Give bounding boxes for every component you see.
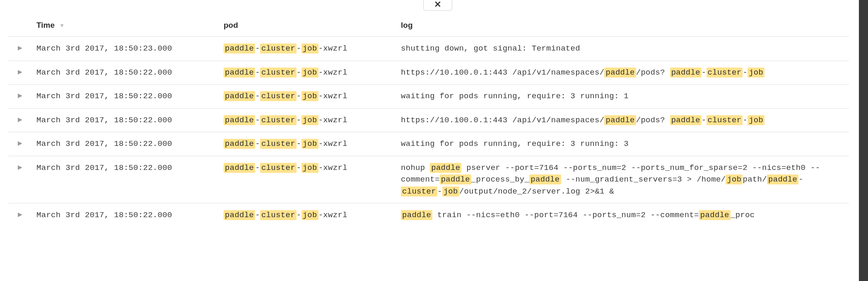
cell-time: March 3rd 2017, 18:50:23.000 [31, 37, 219, 61]
column-header-pod[interactable]: pod [219, 17, 396, 37]
header-label: Time [36, 21, 55, 29]
caret-right-icon: ▶ [18, 68, 22, 75]
cell-time: March 3rd 2017, 18:50:22.000 [31, 61, 219, 85]
header-label: pod [224, 21, 238, 29]
column-header-log[interactable]: log [396, 17, 849, 37]
table-row: ▶March 3rd 2017, 18:50:22.000paddle-clus… [8, 85, 849, 109]
close-button[interactable] [423, 0, 452, 11]
cell-log: waiting for pods running, require: 3 run… [396, 85, 849, 109]
table-row: ▶March 3rd 2017, 18:50:22.000paddle-clus… [8, 108, 849, 132]
sort-desc-icon: ▼ [59, 22, 65, 29]
caret-right-icon: ▶ [18, 140, 22, 146]
cell-time: March 3rd 2017, 18:50:22.000 [31, 156, 219, 203]
cell-pod: paddle-cluster-job-xwzrl [219, 132, 396, 156]
cell-log: https://10.100.0.1:443 /api/v1/namespace… [396, 61, 849, 85]
caret-right-icon: ▶ [18, 211, 22, 218]
log-table-container: Time ▼ pod log ▶March 3rd 2017, 18:50:23… [0, 0, 857, 227]
cell-log: paddle train --nics=eth0 --port=7164 --p… [396, 203, 849, 227]
expand-row-toggle[interactable]: ▶ [8, 203, 31, 227]
column-header-time[interactable]: Time ▼ [31, 17, 219, 37]
expand-row-toggle[interactable]: ▶ [8, 156, 31, 203]
caret-right-icon: ▶ [18, 116, 22, 123]
vertical-scrollbar[interactable] [859, 0, 868, 281]
header-label: log [401, 21, 413, 29]
table-row: ▶March 3rd 2017, 18:50:22.000paddle-clus… [8, 61, 849, 85]
cell-log: https://10.100.0.1:443 /api/v1/namespace… [396, 108, 849, 132]
cell-pod: paddle-cluster-job-xwzrl [219, 85, 396, 109]
caret-right-icon: ▶ [18, 164, 22, 170]
table-row: ▶March 3rd 2017, 18:50:22.000paddle-clus… [8, 203, 849, 227]
cell-log: nohup paddle pserver --port=7164 --ports… [396, 156, 849, 203]
cell-time: March 3rd 2017, 18:50:22.000 [31, 132, 219, 156]
cell-pod: paddle-cluster-job-xwzrl [219, 37, 396, 61]
log-table: Time ▼ pod log ▶March 3rd 2017, 18:50:23… [8, 17, 849, 227]
cell-pod: paddle-cluster-job-xwzrl [219, 156, 396, 203]
cell-time: March 3rd 2017, 18:50:22.000 [31, 108, 219, 132]
expand-row-toggle[interactable]: ▶ [8, 37, 31, 61]
cell-time: March 3rd 2017, 18:50:22.000 [31, 203, 219, 227]
cell-pod: paddle-cluster-job-xwzrl [219, 61, 396, 85]
table-row: ▶March 3rd 2017, 18:50:23.000paddle-clus… [8, 37, 849, 61]
table-row: ▶March 3rd 2017, 18:50:22.000paddle-clus… [8, 132, 849, 156]
cell-log: shutting down, got signal: Terminated [396, 37, 849, 61]
expand-row-toggle[interactable]: ▶ [8, 85, 31, 109]
cell-pod: paddle-cluster-job-xwzrl [219, 203, 396, 227]
close-icon [434, 0, 442, 10]
caret-right-icon: ▶ [18, 92, 22, 99]
expand-row-toggle[interactable]: ▶ [8, 61, 31, 85]
cell-log: waiting for pods running, require: 3 run… [396, 132, 849, 156]
expand-row-toggle[interactable]: ▶ [8, 108, 31, 132]
caret-right-icon: ▶ [18, 44, 22, 51]
expand-row-toggle[interactable]: ▶ [8, 132, 31, 156]
table-row: ▶March 3rd 2017, 18:50:22.000paddle-clus… [8, 156, 849, 203]
cell-time: March 3rd 2017, 18:50:22.000 [31, 85, 219, 109]
cell-pod: paddle-cluster-job-xwzrl [219, 108, 396, 132]
